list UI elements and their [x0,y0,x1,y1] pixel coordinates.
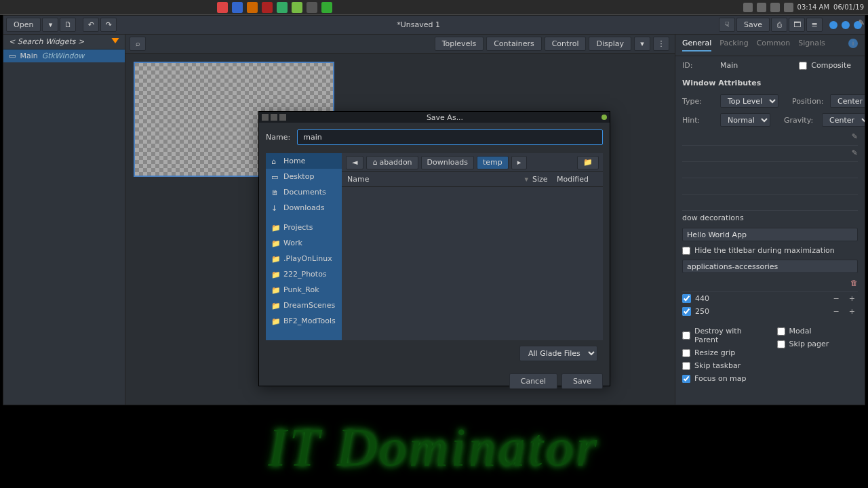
chevron-down-icon[interactable] [111,38,119,46]
preview-icon[interactable]: 🗔 [789,18,805,32]
tab-containers[interactable]: Containers [486,37,542,51]
tab-general[interactable]: General [682,39,711,52]
place-playonlinux[interactable]: 📁.PlayOnLinux [266,251,342,266]
dialog-titlebar[interactable]: Save As... [259,112,610,123]
tab-display[interactable]: Display [589,37,631,51]
undo-icon[interactable]: ↶ [83,18,99,32]
edit-icon[interactable]: ✎ [852,148,858,157]
hint-select[interactable]: Normal [720,113,770,127]
crumb-home[interactable]: ⌂abaddon [366,156,418,169]
palette-dropdown[interactable]: ▾ [634,37,650,51]
file-list[interactable] [342,187,603,340]
crumb-next[interactable]: ▸ [511,156,528,169]
file-browser: ◄ ⌂abaddon Downloads temp ▸ 📁 Name ▾ Siz… [342,153,603,340]
modal-checkbox[interactable] [777,327,785,336]
hide-titlebar-checkbox[interactable] [682,247,690,255]
plus-icon[interactable]: + [846,294,858,303]
height-value[interactable]: 250 [695,307,827,316]
download-icon: ↓ [271,204,279,212]
open-recent-dropdown[interactable]: ▾ [42,18,58,32]
icon-name-input[interactable] [682,260,858,273]
redo-icon[interactable]: ↷ [100,18,117,32]
app-icon[interactable] [277,2,288,13]
gravity-select[interactable]: Center [822,113,865,127]
save-as-icon[interactable]: ⎙ [771,18,787,32]
crumb-downloads[interactable]: Downloads [421,156,474,169]
resize-grip-icon [601,115,607,120]
resize-grip-checkbox[interactable] [682,349,690,357]
app-icon[interactable] [232,2,243,13]
file-filter-select[interactable]: All Glade Files [519,346,597,361]
battery-icon[interactable] [770,3,780,12]
save-button[interactable]: Save [736,18,770,32]
system-taskbar: 03:14 AM 06/01/19 [0,0,868,15]
col-size[interactable]: Size [532,175,557,184]
info-icon[interactable]: i [848,39,858,48]
folder-icon: 📁 [271,317,279,325]
place-photos[interactable]: 📁222_Photos [266,266,342,282]
camera-icon[interactable] [307,2,317,13]
date[interactable]: 06/01/19 [833,3,864,11]
tab-control[interactable]: Control [545,37,587,51]
app-icon[interactable] [262,2,273,13]
place-home[interactable]: ⌂Home [266,153,342,169]
tab-toplevels[interactable]: Toplevels [435,37,484,51]
width-value[interactable]: 440 [695,294,827,303]
tree-item-main[interactable]: ▭ Main GtkWindow [3,49,125,62]
clear-icon[interactable]: 🗑 [850,279,858,287]
type-select[interactable]: Top Level [720,94,778,108]
save-button[interactable]: Save [561,373,603,389]
width-enable-checkbox[interactable] [682,294,691,303]
plus-icon[interactable]: + [846,307,858,316]
clock[interactable]: 03:14 AM [797,3,829,11]
place-downloads[interactable]: ↓Downloads [266,200,342,216]
cancel-button[interactable]: Cancel [509,373,557,389]
maximize-icon[interactable] [842,21,850,29]
place-documents[interactable]: 🗎Documents [266,184,342,200]
skip-taskbar-checkbox[interactable] [682,362,690,370]
minus-icon[interactable]: − [831,294,842,303]
composite-checkbox[interactable] [799,62,807,70]
menu-icon[interactable]: ≡ [806,18,823,32]
search-widgets-input[interactable]: < Search Widgets > [3,35,125,49]
place-dreamscenes[interactable]: 📁DreamScenes [266,298,342,313]
tab-common[interactable]: Common [757,39,791,52]
app-icon[interactable] [292,2,302,13]
minus-icon[interactable]: − [831,307,842,316]
place-desktop[interactable]: ▭Desktop [266,169,342,184]
destroy-parent-checkbox[interactable] [682,331,690,340]
palette-more-icon[interactable]: ⋮ [653,37,669,51]
open-button[interactable]: Open [6,18,41,32]
filename-input[interactable] [297,129,603,145]
window-title-input[interactable] [682,228,858,241]
place-projects[interactable]: 📁Projects [266,220,342,235]
position-select[interactable]: Center [830,94,865,108]
min-icon[interactable] [279,114,286,121]
close-icon[interactable] [262,114,269,121]
obs-icon[interactable] [784,3,793,12]
tab-packing[interactable]: Packing [719,39,748,52]
place-bf2modtools[interactable]: 📁BF2_ModTools [266,313,342,329]
new-file-icon[interactable]: 🗋 [60,18,76,32]
height-enable-checkbox[interactable] [682,307,691,316]
discord-icon[interactable] [743,3,753,12]
app-icon[interactable] [217,2,228,13]
place-punkrok[interactable]: 📁Punk_Rok [266,282,342,298]
col-name[interactable]: Name [347,175,524,184]
focus-map-checkbox[interactable] [682,375,690,383]
pointer-icon[interactable]: ☟ [719,18,735,32]
minimize-icon[interactable] [829,21,837,29]
edit-icon[interactable]: ✎ [852,132,858,141]
app-icon[interactable] [321,2,332,13]
search-icon[interactable]: ⌕ [130,37,146,51]
crumb-temp[interactable]: temp [477,156,509,169]
new-folder-icon[interactable]: 📁 [577,156,599,169]
place-work[interactable]: 📁Work [266,235,342,251]
back-button[interactable]: ◄ [346,156,363,169]
col-modified[interactable]: Modified [557,175,597,184]
firefox-icon[interactable] [247,2,258,13]
skip-pager-checkbox[interactable] [777,340,785,348]
mail-icon[interactable] [757,3,766,12]
max-icon[interactable] [271,114,277,121]
tab-signals[interactable]: Signals [798,39,825,52]
